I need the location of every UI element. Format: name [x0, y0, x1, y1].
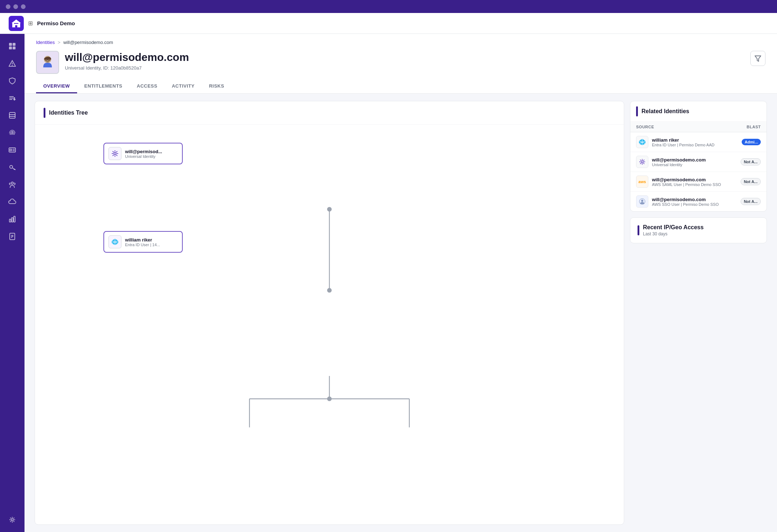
- svg-point-41: [49, 59, 50, 60]
- svg-rect-33: [14, 216, 15, 222]
- breadcrumb-separator: >: [58, 40, 61, 45]
- source-info-1: william riker Entra ID User | Permiso De…: [652, 137, 738, 147]
- svg-point-73: [641, 200, 643, 202]
- node2-name: william riker: [125, 237, 160, 243]
- page-header: Identities > will@permisodemo.com: [25, 34, 777, 94]
- source-info-2: will@permisodemo.com Universal Identity: [652, 157, 737, 167]
- main-content: Identities Tree: [25, 94, 777, 532]
- sidebar: [0, 34, 25, 532]
- breadcrumb-parent[interactable]: Identities: [36, 40, 55, 45]
- avatar: [36, 51, 59, 74]
- source-name-2: will@permisodemo.com: [652, 157, 737, 163]
- sidebar-item-dashboard[interactable]: [4, 38, 20, 54]
- svg-point-48: [327, 288, 332, 293]
- svg-point-26: [10, 165, 13, 168]
- related-table-header: SOURCE BLAST: [630, 122, 767, 132]
- svg-point-30: [11, 182, 13, 184]
- related-row-3[interactable]: aws will@permisodemo.com AWS SAML User |…: [630, 172, 767, 192]
- tab-access[interactable]: ACCESS: [130, 80, 165, 93]
- sidebar-item-storage[interactable]: [4, 107, 20, 123]
- blast-badge-1: Admi...: [742, 139, 761, 145]
- source-sub-1: Entra ID User | Permiso Demo AAD: [652, 143, 738, 147]
- svg-line-70: [644, 160, 644, 160]
- window-dot-1[interactable]: [6, 4, 10, 9]
- node-icon-entra: [108, 235, 121, 248]
- svg-rect-18: [9, 112, 15, 118]
- tree-panel: Identities Tree: [35, 101, 624, 525]
- related-row-2[interactable]: will@permisodemo.com Universal Identity …: [630, 152, 767, 172]
- svg-rect-5: [9, 43, 12, 46]
- avatar-icon: [38, 53, 57, 72]
- tree-panel-title: Identities Tree: [49, 110, 88, 116]
- related-identities-title: Related Identities: [641, 108, 689, 115]
- source-name-1: william riker: [652, 137, 738, 143]
- svg-marker-4: [12, 19, 21, 23]
- geo-panel-subtitle: Last 30 days: [643, 231, 703, 236]
- geo-panel: Recent IP/Geo Access Last 30 days: [630, 217, 767, 243]
- node2-text: william riker Entra ID User | 14...: [125, 237, 160, 247]
- related-row-1[interactable]: william riker Entra ID User | Permiso De…: [630, 132, 767, 152]
- col-header-blast: BLAST: [732, 125, 761, 129]
- sidebar-item-keys[interactable]: [4, 159, 20, 175]
- tabs: OVERVIEW ENTITLEMENTS ACCESS ACTIVITY RI…: [36, 80, 765, 93]
- identity-name: will@permisodemo.com: [65, 51, 745, 64]
- tab-entitlements[interactable]: ENTITLEMENTS: [77, 80, 130, 93]
- svg-rect-8: [13, 46, 15, 49]
- breadcrumb-current: will@permisodemo.com: [63, 40, 113, 45]
- geo-panel-title: Recent IP/Geo Access: [643, 224, 703, 231]
- tab-activity[interactable]: ACTIVITY: [165, 80, 202, 93]
- sidebar-item-shield[interactable]: [4, 73, 20, 89]
- related-accent: [636, 106, 638, 116]
- source-info-4: will@permisodemo.com AWS SSO User | Perm…: [652, 197, 737, 207]
- sidebar-item-fingerprint[interactable]: [4, 125, 20, 141]
- sidebar-item-alerts[interactable]: [4, 56, 20, 71]
- svg-rect-7: [9, 46, 12, 49]
- svg-rect-32: [12, 218, 13, 222]
- svg-point-54: [114, 152, 116, 155]
- sidebar-item-users[interactable]: [4, 177, 20, 192]
- source-icon-universal: [636, 156, 648, 168]
- top-bar: ⊞ Permiso Demo: [0, 13, 777, 34]
- right-panel: Related Identities SOURCE BLAST: [630, 101, 767, 525]
- tree-node-universal[interactable]: will@permisod... Universal Identity: [103, 143, 183, 164]
- svg-line-59: [113, 151, 114, 152]
- sidebar-item-rules[interactable]: [4, 90, 20, 106]
- svg-point-23: [10, 149, 12, 151]
- svg-line-71: [640, 163, 641, 164]
- panel-accent: [44, 108, 45, 118]
- sidebar-item-settings[interactable]: [4, 512, 20, 528]
- source-name-4: will@permisodemo.com: [652, 197, 737, 202]
- svg-line-68: [640, 160, 641, 160]
- source-icon-aws: aws: [636, 176, 648, 188]
- window-dot-2[interactable]: [13, 4, 18, 9]
- tree-diagram: will@permisod... Universal Identity: [35, 125, 624, 524]
- svg-rect-31: [9, 219, 11, 222]
- filter-button[interactable]: [750, 51, 765, 66]
- breadcrumb: Identities > will@permisodemo.com: [36, 40, 765, 45]
- node1-sub: Universal Identity: [125, 154, 162, 159]
- content-area: Identities > will@permisodemo.com: [25, 34, 777, 532]
- identity-info: will@permisodemo.com Universal Identity,…: [65, 51, 745, 71]
- sidebar-item-cloud[interactable]: [4, 194, 20, 210]
- sidebar-item-chart[interactable]: [4, 211, 20, 227]
- identity-header: will@permisodemo.com Universal Identity,…: [36, 51, 765, 74]
- identity-subtitle: Universal Identity, ID: 120a0b8520a7: [65, 65, 745, 71]
- app-title: Permiso Demo: [37, 20, 75, 26]
- tab-overview[interactable]: OVERVIEW: [36, 80, 77, 93]
- tab-risks[interactable]: RISKS: [202, 80, 231, 93]
- svg-rect-6: [13, 43, 15, 46]
- source-name-3: will@permisodemo.com: [652, 177, 737, 182]
- node2-sub: Entra ID User | 14...: [125, 243, 160, 247]
- related-row-4[interactable]: will@permisodemo.com AWS SSO User | Perm…: [630, 192, 767, 211]
- window-dot-3[interactable]: [21, 4, 26, 9]
- source-icon-entra: [636, 136, 648, 148]
- sidebar-item-idcard[interactable]: [4, 142, 20, 158]
- tree-connectors: [35, 125, 624, 524]
- svg-rect-0: [12, 22, 14, 27]
- svg-point-11: [12, 65, 13, 66]
- tree-node-entra[interactable]: william riker Entra ID User | 14...: [103, 231, 183, 253]
- blast-badge-4: Not A...: [741, 198, 761, 205]
- grid-icon: ⊞: [28, 20, 33, 27]
- sidebar-item-report[interactable]: [4, 229, 20, 244]
- svg-line-61: [116, 151, 117, 152]
